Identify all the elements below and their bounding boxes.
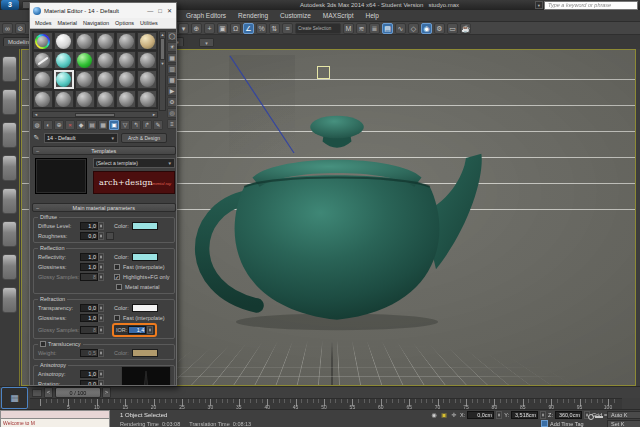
- refraction-glossiness-field[interactable]: 1,0: [80, 314, 98, 322]
- go-forward-sibling-icon[interactable]: ↱: [142, 120, 152, 130]
- menu-material[interactable]: Material: [58, 20, 78, 26]
- previous-frame-button[interactable]: <: [44, 387, 53, 398]
- render-setup-icon[interactable]: ⚙: [434, 23, 445, 34]
- maximize-button[interactable]: □: [158, 7, 162, 15]
- material-slot-green[interactable]: [75, 51, 95, 69]
- auto-key-button[interactable]: Auto K: [607, 411, 640, 419]
- material-slot-cyan[interactable]: [54, 51, 74, 69]
- ribbon-panel-button[interactable]: [2, 188, 17, 214]
- track-bar-ruler[interactable]: 5101520253035404550556065707580859095100: [30, 398, 622, 409]
- assign-to-selection-icon[interactable]: ⊕: [54, 120, 64, 130]
- roughness-map-button[interactable]: [106, 232, 114, 240]
- selection-filter-dropdown[interactable]: ▾: [178, 23, 189, 34]
- next-frame-button[interactable]: >: [102, 387, 111, 398]
- maxscript-mini-listener[interactable]: Welcome to M: [0, 410, 110, 427]
- material-slot-gray[interactable]: [137, 70, 157, 89]
- menu-graph-editors[interactable]: Graph Editors: [180, 12, 232, 19]
- refraction-fast-checkbox[interactable]: [114, 315, 120, 321]
- selection-lock-icon[interactable]: ▣: [440, 411, 448, 419]
- show-end-result-icon[interactable]: ▽: [120, 120, 130, 130]
- go-to-parent-icon[interactable]: ↰: [131, 120, 141, 130]
- material-slot-rainbow[interactable]: [33, 32, 53, 50]
- menu-navigation[interactable]: Navigation: [83, 20, 109, 26]
- menu-utilities[interactable]: Utilities: [140, 20, 158, 26]
- material-slot-gray[interactable]: [116, 32, 136, 50]
- material-name-dropdown[interactable]: 14 - Default▼: [44, 133, 118, 143]
- sample-uv-tiling-icon[interactable]: ▥: [167, 64, 177, 74]
- reflection-fast-checkbox[interactable]: [114, 264, 120, 270]
- pick-material-from-object-icon[interactable]: ✎: [32, 133, 41, 143]
- sample-type-icon[interactable]: ◯: [167, 31, 177, 41]
- material-editor-titlebar[interactable]: Material Editor - 14 - Default — □ ✕: [30, 3, 176, 18]
- metal-material-checkbox[interactable]: [116, 284, 122, 290]
- unlink-selection-icon[interactable]: ⊘: [15, 23, 26, 34]
- material-slot-gray[interactable]: [75, 32, 95, 50]
- mini-curve-editor-button[interactable]: ▦: [1, 387, 28, 409]
- spinner-snap-icon[interactable]: ⇅: [269, 23, 280, 34]
- get-material-icon[interactable]: ◍: [32, 120, 42, 130]
- align-icon[interactable]: ≋: [356, 23, 367, 34]
- material-slot-gray[interactable]: [96, 32, 116, 50]
- material-slot-tan[interactable]: [137, 32, 157, 50]
- minimize-button[interactable]: —: [147, 7, 153, 15]
- material-id-channel-icon[interactable]: ▦: [98, 120, 108, 130]
- material-slot-gray[interactable]: [54, 90, 74, 108]
- x-spinner[interactable]: [496, 411, 502, 419]
- background-icon[interactable]: ▦: [167, 53, 177, 63]
- templates-rollout-header[interactable]: −Templates: [32, 146, 176, 155]
- material-editor-window[interactable]: Material Editor - 14 - Default — □ ✕ Mod…: [29, 2, 177, 386]
- material-slot-gray[interactable]: [137, 51, 157, 69]
- transparency-field[interactable]: 0,0: [80, 304, 98, 312]
- material-slot-gray[interactable]: [116, 70, 136, 89]
- mirror-icon[interactable]: M: [343, 23, 354, 34]
- material-editor-icon[interactable]: ◉: [421, 23, 432, 34]
- pick-material-icon[interactable]: ✎: [153, 120, 163, 130]
- show-map-in-viewport-icon[interactable]: ▣: [109, 120, 119, 130]
- ior-field[interactable]: 1,4: [128, 326, 146, 334]
- video-color-check-icon[interactable]: ▩: [167, 75, 177, 85]
- material-slot-cyan-selected[interactable]: [54, 70, 74, 89]
- percent-snap-icon[interactable]: %: [256, 23, 267, 34]
- close-button[interactable]: ✕: [167, 7, 172, 15]
- reflectivity-spinner[interactable]: [98, 253, 104, 261]
- roughness-field[interactable]: 0,0: [80, 232, 98, 240]
- ribbon-panel-button[interactable]: [2, 89, 17, 115]
- snap-toggle-3d-icon[interactable]: Ω: [230, 23, 241, 34]
- anisotropy-field[interactable]: 1,0: [80, 370, 98, 378]
- pivot-center-icon[interactable]: ▣: [217, 23, 228, 34]
- select-by-material-icon[interactable]: ◎: [167, 108, 177, 118]
- time-tag-icon[interactable]: [541, 420, 548, 427]
- options-icon[interactable]: ⚙: [167, 97, 177, 107]
- y-coordinate-field[interactable]: 3,518cm: [511, 411, 538, 419]
- translucency-checkbox[interactable]: [40, 341, 46, 347]
- infocenter-search-input[interactable]: Type a keyword or phrase: [544, 1, 638, 10]
- slots-vertical-scrollbar[interactable]: ▲▼: [159, 31, 166, 111]
- time-slider-handle[interactable]: 0 / 100: [55, 387, 101, 398]
- diffuse-level-field[interactable]: 1,0: [80, 222, 98, 230]
- menu-customize[interactable]: Customize: [274, 12, 317, 19]
- menu-modes[interactable]: Modes: [35, 20, 52, 26]
- make-preview-icon[interactable]: ▶: [167, 86, 177, 96]
- ribbon-panel-button[interactable]: [2, 287, 17, 313]
- material-slot-gray[interactable]: [96, 90, 116, 108]
- menu-maxscript[interactable]: MAXScript: [317, 12, 360, 19]
- track-bar-icon[interactable]: [32, 389, 42, 397]
- material-map-navigator-icon[interactable]: ≡: [167, 119, 177, 129]
- select-and-manipulate-icon[interactable]: ⊕: [191, 23, 202, 34]
- ribbon-panel-button[interactable]: [2, 254, 17, 280]
- curve-editor-icon[interactable]: ∿: [395, 23, 406, 34]
- anisotropy-spinner[interactable]: [98, 370, 104, 378]
- ribbon-toggle-icon[interactable]: ▤: [382, 23, 393, 34]
- ribbon-panel-button[interactable]: [2, 56, 17, 82]
- slots-horizontal-scrollbar[interactable]: ◄►: [32, 111, 158, 118]
- schematic-view-icon[interactable]: ◇: [408, 23, 419, 34]
- rendered-frame-window-icon[interactable]: ▭: [447, 23, 458, 34]
- refraction-color-swatch[interactable]: [132, 304, 158, 312]
- material-slot-gray[interactable]: [137, 90, 157, 108]
- material-slot-streak[interactable]: [33, 51, 53, 69]
- layer-manager-icon[interactable]: ≣: [369, 23, 380, 34]
- material-slot-gray[interactable]: [33, 90, 53, 108]
- edit-named-selection-sets-icon[interactable]: ≡: [282, 23, 293, 34]
- render-production-icon[interactable]: ☕: [460, 23, 471, 34]
- set-key-button[interactable]: Set K: [607, 420, 640, 427]
